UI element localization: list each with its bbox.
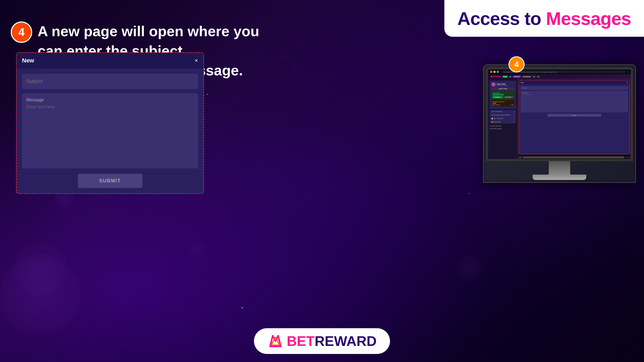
browser-topbar: betrewardip.com/en/profile-open&account-… xyxy=(488,69,631,74)
taskbar-search xyxy=(523,156,624,158)
top-right-title: Access to Messages xyxy=(457,8,631,29)
star-1 xyxy=(207,94,208,95)
monitor-screen: betrewardip.com/en/profile-open&account-… xyxy=(486,67,633,161)
message-placeholder: Enter text here xyxy=(26,105,194,109)
header-nav: LIVE ■ DEPOSIT WITHDRAW ■ ► xyxy=(503,76,540,78)
taskbar-start xyxy=(519,156,522,159)
bonus-balance-row: Bonus Balance 0 IRR xyxy=(492,104,514,106)
screen-logo: ⚡REWARD xyxy=(490,76,501,78)
message-label: Message xyxy=(26,98,194,102)
monitor-stand-assembly xyxy=(486,161,633,180)
betreward-header: ⚡REWARD LIVE ■ DEPOSIT WITHDRAW ■ ► xyxy=(488,74,631,79)
submit-button[interactable]: SUBMIT xyxy=(78,174,142,188)
inner-modal-title: New xyxy=(521,82,524,83)
balance-amount: 10000000 IRR xyxy=(492,94,513,96)
balance-section: Main Balance 10000000 IRR DEPOSIT WITHDR… xyxy=(491,91,514,99)
deco-circle-2 xyxy=(13,241,67,295)
close-dot xyxy=(490,71,492,73)
monitor-bezel: betrewardip.com/en/profile-open&account-… xyxy=(483,64,636,183)
top-right-banner: Access to Messages xyxy=(444,0,644,37)
nav-live: LIVE xyxy=(503,76,508,78)
menu-my-profile: 👤 MY PROFILE∨ xyxy=(490,110,516,113)
profile-card: negar majidi Account not verified VERIFY… xyxy=(490,81,516,109)
inner-message-modal: New × Subject Message Enter text here xyxy=(519,80,630,154)
star-4 xyxy=(241,307,243,308)
monitor-stand xyxy=(549,161,570,175)
screen-sidebar: negar majidi Account not verified VERIFY… xyxy=(488,79,518,159)
menu-bet-history: 📋 BET HISTORY∨ xyxy=(490,117,516,120)
inner-close-icon: × xyxy=(627,81,628,84)
title-white: Access to xyxy=(457,8,546,29)
nav-item6: ► xyxy=(537,76,540,78)
step-number-circle: 4 xyxy=(11,21,32,43)
inner-submit-label: Submit xyxy=(572,114,576,116)
menu-section: 👤 MY PROFILE∨ ⚖ BALANCE MANAGEMENT∨ 📋 BE… xyxy=(490,110,516,124)
inner-subject-field: Subject xyxy=(521,86,628,90)
browser-controls: ≡ xyxy=(628,71,629,73)
inner-modal-header: New × xyxy=(519,80,630,84)
subject-input[interactable] xyxy=(22,74,198,89)
bonus-section: Total Bonus Balance 0 IRR Bonus Balance … xyxy=(491,100,514,106)
logo-reward: REWARD xyxy=(314,333,376,349)
taskbar-time: 3:46 AM xyxy=(625,157,630,158)
screen-right-area: New × Subject Message Enter text here xyxy=(518,79,631,159)
deco-circle-4 xyxy=(456,255,483,282)
url-text: betrewardip.com/en/profile-open&account-… xyxy=(504,71,558,73)
inner-submit-btn: Submit xyxy=(547,114,601,117)
max-dot xyxy=(497,71,499,73)
new-message-modal: New × Message Enter text here SUBMIT xyxy=(16,52,204,194)
title-pink: Messages xyxy=(546,8,631,29)
monitor-container: 4 betrewardip.com/en/profile-open&accoun… xyxy=(483,64,636,183)
nav-deposit: DEPOSIT xyxy=(513,76,521,78)
profile-status: Account not verified xyxy=(497,85,507,86)
inner-message-field: Message Enter text here xyxy=(521,91,628,112)
bonus-amount: 0 IRR xyxy=(492,102,514,104)
avatar xyxy=(491,82,496,87)
star-3 xyxy=(469,193,470,194)
action-buttons: DEPOSIT WITHDRAW xyxy=(492,96,513,98)
inner-modal-body: Subject Message Enter text here Submit xyxy=(519,84,630,118)
logo-bet: BET xyxy=(287,333,314,349)
modal-close-button[interactable]: × xyxy=(195,58,198,64)
nav-item5: ■ xyxy=(533,76,536,78)
deco-circle-6 xyxy=(188,241,204,257)
nav-withdraw: WITHDRAW xyxy=(522,76,532,78)
deposit-btn: DEPOSIT xyxy=(492,96,503,98)
verify-btn: VERIFY NOW xyxy=(491,87,514,90)
withdraw-btn: WITHDRAW xyxy=(503,96,513,98)
bonus-balance-amount: 0 IRR xyxy=(510,104,514,106)
screen-content: betrewardip.com/en/profile-open&account-… xyxy=(488,69,631,159)
logo-text: BETREWARD xyxy=(287,333,376,349)
min-dot xyxy=(493,71,496,73)
inner-subject-label: Subject xyxy=(522,87,527,89)
modal-body: Message Enter text here SUBMIT xyxy=(17,68,203,193)
modal-title: New xyxy=(22,57,34,64)
bonus-balance-label: Bonus Balance xyxy=(492,104,500,106)
betreward-logo-container: BETREWARD xyxy=(254,328,390,354)
menu-bonuses: 🎁 BONUSES∨ xyxy=(490,120,516,124)
logo-icon xyxy=(267,333,283,349)
menu-balance: ⚖ BALANCE MANAGEMENT∨ xyxy=(490,113,516,117)
monitor-base xyxy=(533,175,586,180)
profile-row: negar majidi Account not verified xyxy=(491,82,514,87)
screen-taskbar: 3:46 AM xyxy=(518,155,631,159)
inner-msg-placeholder: Enter text here xyxy=(522,94,626,95)
nav-item2: ■ xyxy=(509,76,512,78)
message-area-container: Message Enter text here xyxy=(22,93,198,168)
modal-header: New × xyxy=(17,53,203,68)
step4-monitor-badge: 4 xyxy=(508,56,525,72)
screen-main-area: negar majidi Account not verified VERIFY… xyxy=(488,79,631,159)
featured-games: FEATURED GAMES xyxy=(490,128,516,130)
sto-text: STO BET HISTORY xyxy=(490,125,516,127)
